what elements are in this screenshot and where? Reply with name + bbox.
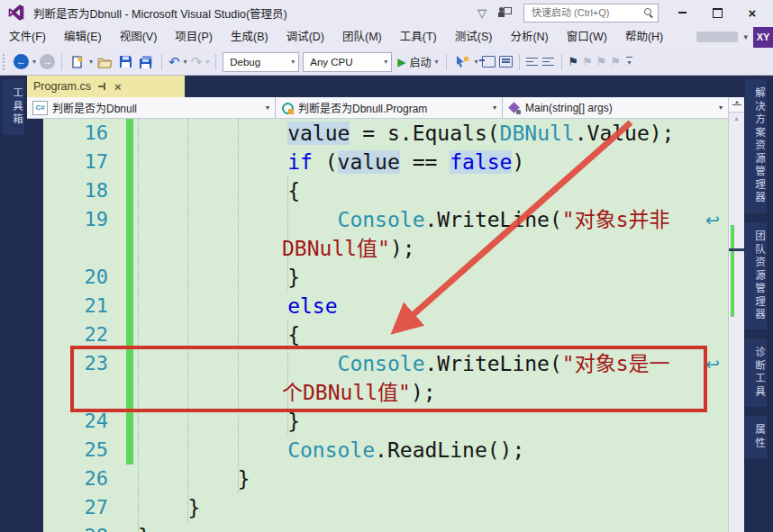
line-number: 25	[43, 436, 108, 464]
change-tracking-margin	[108, 263, 133, 292]
toolbar-overflow-icon[interactable]: ▾	[626, 57, 632, 68]
user-dropdown-caret-icon[interactable]: ▾	[743, 32, 748, 41]
decrease-indent-icon[interactable]	[526, 57, 539, 68]
previous-bookmark-icon[interactable]: ⚑	[582, 56, 593, 68]
indent-guide	[187, 119, 188, 522]
document-tab-programcs[interactable]: Program.cs ×	[27, 76, 185, 97]
menu-item-11[interactable]: 帮助(H)	[616, 25, 672, 49]
quick-launch-search[interactable]	[523, 4, 659, 23]
code-map-icon[interactable]	[499, 56, 513, 68]
new-project-icon[interactable]	[68, 53, 86, 70]
line-number	[43, 234, 108, 263]
code-text: Console.WriteLine("对象s并非	[133, 205, 670, 234]
debug-toolbar-overflow-caret-icon[interactable]: ▾	[474, 58, 477, 66]
toolbar-grip[interactable]	[3, 54, 8, 70]
new-dropdown-caret-icon[interactable]: ▾	[89, 58, 93, 66]
toggle-bookmark-icon[interactable]: ⚑	[568, 56, 579, 68]
line-number: 21	[43, 292, 108, 320]
word-wrap-return-icon: ↩	[705, 211, 725, 232]
menu-item-6[interactable]: 团队(M)	[333, 25, 391, 49]
save-icon[interactable]	[117, 53, 134, 70]
signed-in-user[interactable]	[696, 32, 738, 42]
increase-indent-icon[interactable]	[542, 57, 555, 68]
menu-item-3[interactable]: 项目(P)	[166, 25, 222, 49]
clear-bookmarks-icon[interactable]: ⚑	[610, 56, 621, 68]
quick-launch-input[interactable]	[530, 6, 644, 19]
redo-dropdown-caret-icon[interactable]: ▾	[205, 58, 209, 66]
configuration-value: Debug	[230, 57, 260, 68]
split-window-handle[interactable]	[729, 97, 744, 113]
undo-icon[interactable]: ↶	[168, 55, 180, 68]
annotation-highlight-rectangle	[70, 346, 707, 412]
close-button[interactable]: ×	[741, 4, 764, 22]
change-bar	[126, 263, 133, 292]
menu-item-10[interactable]: 窗口(W)	[558, 25, 616, 49]
main-area: 工具箱 Program.cs × ▾ C# 判断是否为Dbnull ▾ 判断是否…	[0, 76, 773, 532]
change-bar	[126, 292, 133, 320]
indent-guide	[287, 176, 288, 292]
document-tab-row: Program.cs × ▾	[27, 76, 773, 97]
next-bookmark-icon[interactable]: ⚑	[596, 56, 607, 68]
csharp-project-icon: C#	[32, 101, 48, 115]
code-line-21: 21 else	[43, 292, 728, 320]
show-next-statement-icon[interactable]	[482, 56, 496, 68]
navigate-back-icon[interactable]: ←	[14, 54, 29, 69]
account-avatar[interactable]: XY	[753, 27, 773, 48]
scroll-up-icon[interactable]: ▲	[729, 113, 744, 124]
code-text: {	[133, 176, 300, 205]
maximize-button[interactable]	[705, 4, 729, 22]
open-file-icon[interactable]	[96, 53, 114, 70]
change-bar	[126, 436, 133, 464]
menu-item-4[interactable]: 生成(B)	[222, 25, 277, 49]
project-dropdown[interactable]: C# 判断是否为Dbnull ▾	[27, 97, 276, 118]
attach-debugger-icon[interactable]	[453, 53, 470, 70]
code-line-wrap: DBNull值");	[43, 234, 728, 263]
sidebar-tab-right-3[interactable]: 属性	[745, 416, 767, 458]
menu-bar: 文件(F)编辑(E)视图(V)项目(P)生成(B)调试(D)团队(M)工具(T)…	[0, 25, 773, 49]
code-line-26: 26 }	[43, 464, 728, 493]
sidebar-tab-right-2[interactable]: 诊断工具	[745, 338, 767, 407]
method-icon	[508, 102, 521, 114]
start-dropdown-caret-icon: ▾	[434, 58, 438, 66]
undo-dropdown-caret-icon[interactable]: ▾	[184, 58, 187, 66]
redo-icon[interactable]: ↷	[191, 55, 203, 68]
line-number: 20	[43, 263, 108, 292]
type-dropdown[interactable]: 判断是否为Dbnull.Program ▾	[276, 97, 503, 118]
scrollbar-change-mark	[731, 225, 734, 317]
solution-platform-select[interactable]: Any CPU ▾	[303, 52, 392, 72]
save-all-icon[interactable]	[138, 53, 155, 70]
sidebar-tab-right-0[interactable]: 解决方案资源管理器	[745, 79, 767, 213]
change-bar	[126, 234, 133, 263]
sidebar-tab-toolbox[interactable]: 工具箱	[3, 79, 24, 135]
close-tab-icon[interactable]: ×	[114, 81, 122, 93]
navigate-forward-icon[interactable]: →	[40, 54, 55, 69]
send-feedback-icon[interactable]	[498, 7, 512, 18]
code-line-18: 18 {	[43, 176, 728, 205]
menu-item-9[interactable]: 分析(N)	[501, 25, 557, 49]
code-line-20: 20 }	[43, 263, 728, 292]
solution-configuration-select[interactable]: Debug ▾	[223, 52, 299, 72]
menu-item-0[interactable]: 文件(F)	[0, 25, 55, 49]
menu-item-7[interactable]: 工具(T)	[391, 25, 446, 49]
start-label: 启动	[409, 54, 431, 69]
code-editor[interactable]: 16 value = s.Equals(DBNull.Value);17 if …	[43, 119, 728, 532]
type-dropdown-label: 判断是否为Dbnull.Program	[298, 100, 427, 115]
start-debugging-button[interactable]: ▶ 启动 ▾	[396, 54, 440, 69]
pin-tab-icon[interactable]	[98, 82, 107, 91]
editor-scrollbar[interactable]: ▲	[728, 97, 744, 532]
code-text: }	[133, 263, 300, 292]
sidebar-tab-right-1[interactable]: 团队资源管理器	[745, 222, 767, 330]
menu-item-1[interactable]: 编辑(E)	[55, 25, 111, 49]
line-number: 17	[43, 148, 108, 176]
right-tool-strip: 解决方案资源管理器团队资源管理器诊断工具属性	[744, 76, 773, 532]
menu-item-8[interactable]: 测试(S)	[446, 25, 502, 49]
code-rows: 16 value = s.Equals(DBNull.Value);17 if …	[43, 119, 728, 532]
back-dropdown-caret-icon[interactable]: ▾	[32, 58, 36, 66]
menu-item-5[interactable]: 调试(D)	[277, 25, 333, 49]
code-text: DBNull值");	[133, 234, 415, 263]
member-dropdown[interactable]: Main(string[] args) ▾	[503, 97, 728, 118]
standard-toolbar: ← ▾ → ▾ ↶ ▾ ↷ ▾ Debug ▾ Any CPU ▾	[0, 49, 773, 76]
minimize-button[interactable]	[670, 4, 694, 22]
menu-item-2[interactable]: 视图(V)	[111, 25, 167, 49]
feedback-funnel-icon[interactable]: ▽	[477, 7, 487, 19]
